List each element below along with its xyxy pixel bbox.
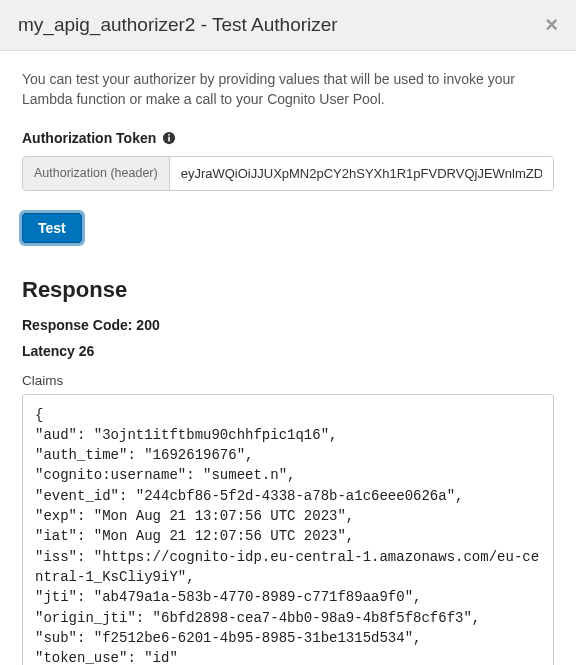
auth-token-label: Authorization Token [22,130,156,146]
modal-title: my_apig_authorizer2 - Test Authorizer [18,14,338,36]
auth-token-input-group: Authorization (header) [22,156,554,191]
response-title: Response [22,277,554,303]
test-button[interactable]: Test [22,213,82,243]
response-code-label: Response Code: [22,317,132,333]
claims-body: { "aud": "3ojnt1itftbmu90chhfpic1q16", "… [22,394,554,665]
auth-token-input[interactable] [170,157,553,190]
modal-header: my_apig_authorizer2 - Test Authorizer × [0,0,576,51]
modal-body: You can test your authorizer by providin… [0,51,576,665]
claims-label: Claims [22,373,554,388]
auth-token-label-row: Authorization Token [22,130,554,146]
description-text: You can test your authorizer by providin… [22,69,554,110]
response-latency: Latency 26 [22,343,554,359]
close-icon: × [545,12,558,37]
response-code: Response Code: 200 [22,317,554,333]
svg-rect-2 [169,134,171,136]
latency-label: Latency [22,343,75,359]
auth-token-addon: Authorization (header) [23,157,170,190]
latency-value: 26 [79,343,95,359]
info-icon[interactable] [162,131,176,145]
svg-rect-1 [169,136,171,141]
response-code-value: 200 [136,317,159,333]
close-button[interactable]: × [545,14,558,36]
response-section: Response Response Code: 200 Latency 26 C… [22,277,554,665]
